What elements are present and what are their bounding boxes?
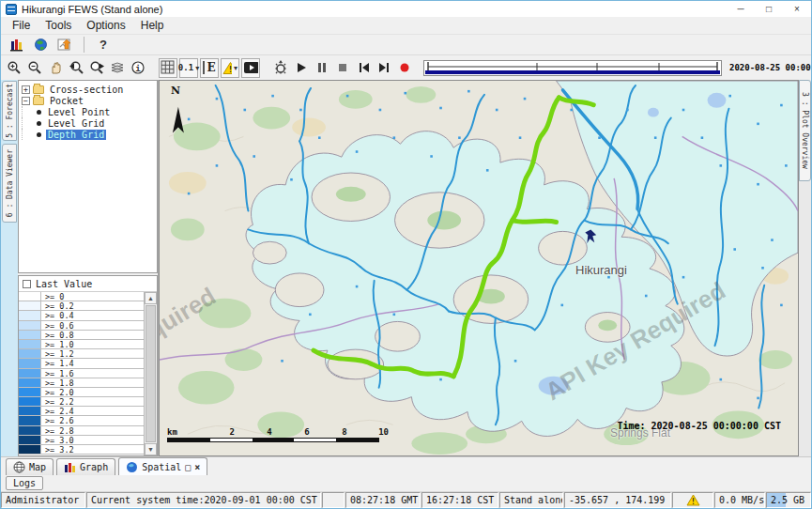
export-animation-button[interactable] bbox=[271, 58, 290, 77]
legend-row[interactable]: >= 0.8 bbox=[19, 331, 144, 340]
status-warning-cell[interactable]: ! bbox=[672, 492, 713, 508]
menu-file[interactable]: File bbox=[5, 18, 38, 33]
legend-row[interactable]: >= 2.6 bbox=[19, 416, 144, 425]
statusbar: Administrator Current system time:2020-0… bbox=[1, 491, 811, 508]
menu-help[interactable]: Help bbox=[133, 18, 172, 33]
tab-close-icon[interactable]: × bbox=[194, 462, 200, 472]
zoom-out-button[interactable] bbox=[25, 58, 44, 77]
tree-item-level-grid[interactable]: Level Grid bbox=[22, 117, 157, 129]
legend-row[interactable]: >= 0.4 bbox=[19, 311, 144, 320]
first-frame-button[interactable] bbox=[354, 58, 373, 77]
map-canvas[interactable]: N API Key Required API Key Required Hiku… bbox=[159, 80, 799, 456]
hand-icon bbox=[48, 60, 63, 75]
tree-item-depth-grid[interactable]: Depth Grid bbox=[22, 129, 157, 140]
legend-row[interactable]: >= 2.4 bbox=[19, 407, 144, 416]
timeseries-display-button[interactable] bbox=[7, 36, 25, 54]
tab-map[interactable]: Map bbox=[6, 458, 54, 475]
minimize-button[interactable]: ─ bbox=[727, 1, 755, 17]
scroll-thumb[interactable] bbox=[146, 305, 156, 442]
zoom-out-icon bbox=[27, 60, 42, 75]
tree-item-level-point[interactable]: Level Point bbox=[22, 106, 157, 117]
legend-color-swatch bbox=[19, 369, 41, 378]
play-button[interactable] bbox=[292, 58, 311, 77]
legend-row[interactable]: >= 3.0 bbox=[19, 436, 144, 445]
spatial-display-button[interactable] bbox=[31, 36, 50, 54]
last-frame-button[interactable] bbox=[375, 58, 393, 77]
legend-color-swatch bbox=[19, 436, 41, 444]
legend-row-label: >= 2.8 bbox=[41, 426, 74, 435]
legend-row-label: >= 0 bbox=[41, 292, 64, 301]
legend-row[interactable]: >= 1.2 bbox=[19, 349, 144, 359]
menu-options[interactable]: Options bbox=[79, 18, 132, 33]
legend-row[interactable]: >= 3.2 bbox=[19, 445, 144, 455]
time-slider[interactable] bbox=[423, 60, 722, 76]
legend-row-label: >= 1.0 bbox=[41, 340, 74, 348]
tree-item-pocket[interactable]: − Pocket bbox=[22, 95, 157, 106]
legend-row[interactable]: >= 0 bbox=[19, 292, 144, 301]
svg-text:!: ! bbox=[228, 65, 232, 74]
legend-row[interactable]: >= 1.4 bbox=[19, 359, 144, 368]
logs-tab[interactable]: Logs bbox=[6, 476, 43, 490]
legend-title: Last Value bbox=[36, 279, 92, 289]
collapse-icon[interactable]: − bbox=[22, 97, 30, 105]
info-icon: i bbox=[130, 60, 146, 75]
record-icon bbox=[399, 62, 410, 73]
legend-row[interactable]: >= 0.6 bbox=[19, 321, 144, 331]
legend-row[interactable]: >= 2.8 bbox=[19, 426, 144, 436]
tab-graph[interactable]: Graph bbox=[56, 458, 115, 475]
legend-row[interactable]: >= 2.0 bbox=[19, 388, 144, 397]
legend-color-swatch bbox=[19, 311, 41, 319]
animation-dialog-button[interactable] bbox=[241, 58, 260, 78]
time-slider-bar bbox=[425, 70, 720, 74]
scroll-up-icon[interactable]: ▲ bbox=[145, 292, 157, 304]
tab-data-viewer[interactable]: 6 : Data Viewer bbox=[2, 144, 17, 223]
tab-spatial[interactable]: Spatial □ × bbox=[118, 457, 207, 475]
record-button[interactable] bbox=[395, 58, 414, 77]
pan-button[interactable] bbox=[46, 58, 65, 77]
grid-display-button[interactable] bbox=[159, 58, 177, 78]
app-logo-icon bbox=[6, 4, 17, 15]
warning-threshold-button[interactable]: ! ▾ bbox=[221, 58, 239, 78]
legend-row[interactable]: >= 1.0 bbox=[19, 340, 144, 349]
legend-scrollbar[interactable]: ▲ ▼ bbox=[144, 292, 157, 455]
legend-color-swatch bbox=[19, 416, 41, 424]
point-label-scale-button[interactable]: 0.1 ▾ bbox=[179, 58, 198, 78]
main-area: 5 : Forecast 6 : Data Viewer + Cross-sec… bbox=[1, 80, 811, 456]
zoom-previous-button[interactable] bbox=[67, 58, 85, 77]
layers-button[interactable] bbox=[108, 58, 127, 77]
scroll-down-icon[interactable]: ▼ bbox=[145, 443, 157, 455]
close-button[interactable]: × bbox=[783, 1, 811, 17]
expand-icon[interactable]: + bbox=[22, 85, 30, 94]
zoom-next-button[interactable] bbox=[87, 58, 106, 77]
status-gmt-time: 08:27:18 GMT bbox=[345, 492, 421, 508]
stop-button[interactable] bbox=[333, 58, 352, 77]
maximize-button[interactable]: □ bbox=[755, 1, 783, 17]
menu-tools[interactable]: Tools bbox=[38, 18, 79, 33]
tab-plot-overview[interactable]: 3 : Plot Overview bbox=[799, 80, 811, 181]
folder-icon bbox=[33, 85, 44, 94]
tab-maximize-icon[interactable]: □ bbox=[185, 462, 191, 472]
chart-arrow-icon bbox=[57, 38, 72, 52]
legend-row[interactable]: >= 1.8 bbox=[19, 378, 144, 388]
status-user: Administrator bbox=[1, 492, 85, 508]
legend-panel: Last Value >= 0>= 0.2>= 0.4>= 0.6>= 0.8>… bbox=[18, 275, 158, 456]
tab-forecast[interactable]: 5 : Forecast bbox=[2, 81, 17, 141]
pause-button[interactable] bbox=[313, 58, 331, 77]
status-empty bbox=[322, 492, 345, 508]
legend-row-label: >= 3.0 bbox=[41, 436, 74, 444]
legend-color-swatch bbox=[19, 397, 41, 406]
north-indicator: N bbox=[171, 85, 180, 97]
legend-row[interactable]: >= 2.2 bbox=[19, 397, 144, 407]
help-button[interactable]: ? bbox=[94, 36, 113, 54]
info-button[interactable]: i bbox=[129, 58, 147, 77]
last-value-checkbox[interactable] bbox=[23, 280, 31, 288]
legend-row-label: >= 3.2 bbox=[41, 445, 74, 454]
tree-item-cross-section[interactable]: + Cross-section bbox=[22, 84, 157, 95]
status-coordinates: -35.657 , 174.199 bbox=[564, 492, 671, 508]
chart-export-button[interactable] bbox=[55, 36, 74, 54]
legend-row[interactable]: >= 0.2 bbox=[19, 301, 144, 311]
bar-chart-icon bbox=[64, 461, 76, 473]
legend-row[interactable]: >= 1.6 bbox=[19, 369, 144, 378]
legend-toggle-button[interactable]: E bbox=[200, 58, 219, 78]
zoom-in-button[interactable] bbox=[5, 58, 23, 77]
